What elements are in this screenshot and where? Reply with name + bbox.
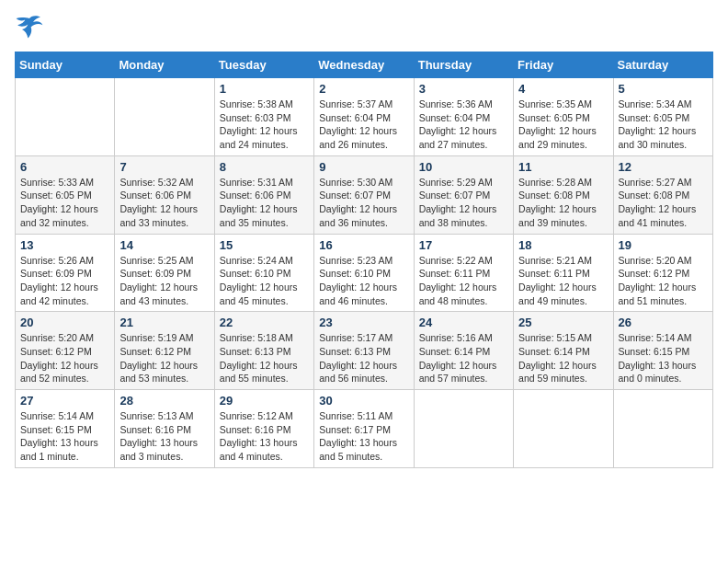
- day-info: Sunrise: 5:11 AM Sunset: 6:17 PM Dayligh…: [319, 409, 408, 464]
- day-number: 18: [518, 238, 608, 252]
- calendar-header-row: SundayMondayTuesdayWednesdayThursdayFrid…: [16, 52, 713, 78]
- calendar-cell: 6Sunrise: 5:33 AM Sunset: 6:05 PM Daylig…: [16, 155, 115, 234]
- day-info: Sunrise: 5:31 AM Sunset: 6:06 PM Dayligh…: [220, 176, 309, 230]
- day-number: 21: [119, 316, 209, 329]
- calendar-cell: [613, 390, 712, 468]
- day-number: 23: [319, 316, 408, 329]
- calendar-cell: 24Sunrise: 5:16 AM Sunset: 6:14 PM Dayli…: [414, 312, 513, 390]
- day-number: 20: [20, 316, 109, 329]
- calendar-cell: 18Sunrise: 5:21 AM Sunset: 6:11 PM Dayli…: [514, 234, 613, 312]
- day-info: Sunrise: 5:15 AM Sunset: 6:14 PM Dayligh…: [518, 331, 608, 385]
- day-number: 6: [20, 160, 109, 174]
- day-info: Sunrise: 5:17 AM Sunset: 6:13 PM Dayligh…: [319, 331, 408, 385]
- calendar-cell: 8Sunrise: 5:31 AM Sunset: 6:06 PM Daylig…: [214, 155, 313, 234]
- day-info: Sunrise: 5:37 AM Sunset: 6:04 PM Dayligh…: [319, 98, 408, 152]
- calendar-cell: 3Sunrise: 5:36 AM Sunset: 6:04 PM Daylig…: [414, 78, 513, 156]
- day-info: Sunrise: 5:21 AM Sunset: 6:11 PM Dayligh…: [518, 254, 608, 308]
- day-info: Sunrise: 5:38 AM Sunset: 6:03 PM Dayligh…: [220, 98, 309, 152]
- day-info: Sunrise: 5:26 AM Sunset: 6:09 PM Dayligh…: [20, 254, 109, 308]
- day-info: Sunrise: 5:32 AM Sunset: 6:06 PM Dayligh…: [119, 176, 209, 230]
- day-info: Sunrise: 5:35 AM Sunset: 6:05 PM Dayligh…: [518, 98, 608, 152]
- day-info: Sunrise: 5:29 AM Sunset: 6:07 PM Dayligh…: [419, 176, 508, 230]
- day-info: Sunrise: 5:22 AM Sunset: 6:11 PM Dayligh…: [419, 254, 508, 308]
- day-info: Sunrise: 5:34 AM Sunset: 6:05 PM Dayligh…: [619, 98, 708, 152]
- day-number: 19: [619, 238, 708, 252]
- day-number: 17: [419, 238, 508, 252]
- calendar-cell: [414, 390, 513, 468]
- day-info: Sunrise: 5:14 AM Sunset: 6:15 PM Dayligh…: [20, 409, 109, 464]
- day-info: Sunrise: 5:19 AM Sunset: 6:12 PM Dayligh…: [119, 331, 209, 385]
- column-header-sunday: Sunday: [16, 52, 115, 78]
- calendar-cell: 30Sunrise: 5:11 AM Sunset: 6:17 PM Dayli…: [314, 390, 414, 468]
- day-number: 3: [419, 82, 508, 96]
- calendar-table: SundayMondayTuesdayWednesdayThursdayFrid…: [15, 52, 713, 468]
- day-number: 25: [518, 316, 608, 329]
- calendar-cell: [514, 390, 613, 468]
- column-header-friday: Friday: [514, 52, 613, 78]
- calendar-cell: 19Sunrise: 5:20 AM Sunset: 6:12 PM Dayli…: [613, 234, 712, 312]
- calendar-cell: 12Sunrise: 5:27 AM Sunset: 6:08 PM Dayli…: [613, 155, 712, 234]
- day-number: 7: [119, 160, 209, 174]
- calendar-cell: 25Sunrise: 5:15 AM Sunset: 6:14 PM Dayli…: [514, 312, 613, 390]
- calendar-cell: 2Sunrise: 5:37 AM Sunset: 6:04 PM Daylig…: [314, 78, 414, 156]
- day-number: 30: [319, 394, 408, 408]
- calendar-cell: 14Sunrise: 5:25 AM Sunset: 6:09 PM Dayli…: [115, 234, 214, 312]
- calendar-cell: 7Sunrise: 5:32 AM Sunset: 6:06 PM Daylig…: [115, 155, 214, 234]
- column-header-tuesday: Tuesday: [214, 52, 313, 78]
- day-info: Sunrise: 5:12 AM Sunset: 6:16 PM Dayligh…: [220, 409, 309, 464]
- calendar-cell: 1Sunrise: 5:38 AM Sunset: 6:03 PM Daylig…: [214, 78, 313, 156]
- logo: [15, 15, 48, 40]
- day-info: Sunrise: 5:16 AM Sunset: 6:14 PM Dayligh…: [419, 331, 508, 385]
- calendar-cell: 22Sunrise: 5:18 AM Sunset: 6:13 PM Dayli…: [214, 312, 313, 390]
- calendar-week-row: 27Sunrise: 5:14 AM Sunset: 6:15 PM Dayli…: [16, 390, 713, 468]
- day-number: 1: [220, 82, 309, 96]
- day-number: 22: [220, 316, 309, 329]
- calendar-week-row: 20Sunrise: 5:20 AM Sunset: 6:12 PM Dayli…: [16, 312, 713, 390]
- calendar-cell: 4Sunrise: 5:35 AM Sunset: 6:05 PM Daylig…: [514, 78, 613, 156]
- calendar-week-row: 13Sunrise: 5:26 AM Sunset: 6:09 PM Dayli…: [16, 234, 713, 312]
- day-number: 12: [619, 160, 708, 174]
- day-info: Sunrise: 5:23 AM Sunset: 6:10 PM Dayligh…: [319, 254, 408, 308]
- day-info: Sunrise: 5:20 AM Sunset: 6:12 PM Dayligh…: [619, 254, 708, 308]
- calendar-cell: 9Sunrise: 5:30 AM Sunset: 6:07 PM Daylig…: [314, 155, 414, 234]
- calendar-cell: [115, 78, 214, 156]
- calendar-week-row: 1Sunrise: 5:38 AM Sunset: 6:03 PM Daylig…: [16, 78, 713, 156]
- day-info: Sunrise: 5:14 AM Sunset: 6:15 PM Dayligh…: [619, 331, 708, 385]
- calendar-cell: [16, 78, 115, 156]
- day-number: 9: [319, 160, 408, 174]
- calendar-cell: 15Sunrise: 5:24 AM Sunset: 6:10 PM Dayli…: [214, 234, 313, 312]
- column-header-thursday: Thursday: [414, 52, 513, 78]
- calendar-week-row: 6Sunrise: 5:33 AM Sunset: 6:05 PM Daylig…: [16, 155, 713, 234]
- day-number: 28: [119, 394, 209, 408]
- calendar-cell: 29Sunrise: 5:12 AM Sunset: 6:16 PM Dayli…: [214, 390, 313, 468]
- day-info: Sunrise: 5:27 AM Sunset: 6:08 PM Dayligh…: [619, 176, 708, 230]
- calendar-cell: 10Sunrise: 5:29 AM Sunset: 6:07 PM Dayli…: [414, 155, 513, 234]
- calendar-cell: 28Sunrise: 5:13 AM Sunset: 6:16 PM Dayli…: [115, 390, 214, 468]
- day-number: 14: [119, 238, 209, 252]
- day-info: Sunrise: 5:30 AM Sunset: 6:07 PM Dayligh…: [319, 176, 408, 230]
- calendar-cell: 20Sunrise: 5:20 AM Sunset: 6:12 PM Dayli…: [16, 312, 115, 390]
- day-number: 15: [220, 238, 309, 252]
- calendar-cell: 27Sunrise: 5:14 AM Sunset: 6:15 PM Dayli…: [16, 390, 115, 468]
- column-header-monday: Monday: [115, 52, 214, 78]
- day-number: 2: [319, 82, 408, 96]
- day-info: Sunrise: 5:20 AM Sunset: 6:12 PM Dayligh…: [20, 331, 109, 385]
- calendar-cell: 11Sunrise: 5:28 AM Sunset: 6:08 PM Dayli…: [514, 155, 613, 234]
- day-number: 11: [518, 160, 608, 174]
- calendar-cell: 21Sunrise: 5:19 AM Sunset: 6:12 PM Dayli…: [115, 312, 214, 390]
- day-number: 4: [518, 82, 608, 96]
- day-number: 29: [220, 394, 309, 408]
- day-info: Sunrise: 5:28 AM Sunset: 6:08 PM Dayligh…: [518, 176, 608, 230]
- calendar-cell: 13Sunrise: 5:26 AM Sunset: 6:09 PM Dayli…: [16, 234, 115, 312]
- calendar-cell: 5Sunrise: 5:34 AM Sunset: 6:05 PM Daylig…: [613, 78, 712, 156]
- column-header-wednesday: Wednesday: [314, 52, 414, 78]
- day-info: Sunrise: 5:13 AM Sunset: 6:16 PM Dayligh…: [119, 409, 209, 464]
- day-number: 16: [319, 238, 408, 252]
- day-info: Sunrise: 5:33 AM Sunset: 6:05 PM Dayligh…: [20, 176, 109, 230]
- day-number: 24: [419, 316, 508, 329]
- calendar-cell: 17Sunrise: 5:22 AM Sunset: 6:11 PM Dayli…: [414, 234, 513, 312]
- day-info: Sunrise: 5:36 AM Sunset: 6:04 PM Dayligh…: [419, 98, 508, 152]
- day-info: Sunrise: 5:24 AM Sunset: 6:10 PM Dayligh…: [220, 254, 309, 308]
- calendar-cell: 23Sunrise: 5:17 AM Sunset: 6:13 PM Dayli…: [314, 312, 414, 390]
- column-header-saturday: Saturday: [613, 52, 712, 78]
